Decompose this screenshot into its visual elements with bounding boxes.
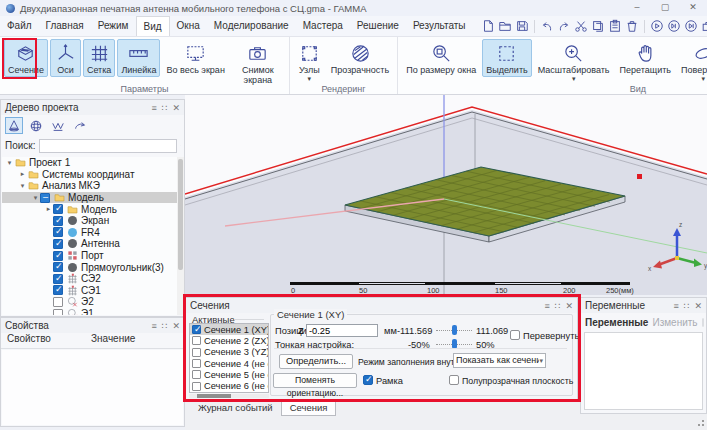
undo-icon[interactable] bbox=[540, 19, 554, 33]
orientation-button[interactable]: Поменять ориентацию... bbox=[273, 373, 357, 388]
zoom-button[interactable]: Масштабировать ▾ bbox=[534, 39, 614, 83]
select-button[interactable]: Выделить bbox=[482, 39, 532, 77]
section-list-item[interactable]: Сечение 3 (YZ) bbox=[190, 347, 268, 358]
tree-item-rectangle[interactable]: Прямоугольник(3) bbox=[2, 261, 183, 273]
expand-icon[interactable]: ▸ bbox=[44, 205, 53, 213]
menu-mode[interactable]: Режим bbox=[91, 16, 136, 36]
transparency-button[interactable]: Прозрачность bbox=[327, 39, 393, 77]
viewport-3d[interactable]: z x y 0 50 100 150 200 250(мм) bbox=[185, 95, 707, 295]
tree-item-fr4[interactable]: FR4 bbox=[2, 227, 183, 239]
delete-icon[interactable] bbox=[625, 19, 639, 33]
run-step-icon[interactable] bbox=[684, 19, 698, 33]
visibility-checkbox[interactable] bbox=[53, 239, 63, 249]
expand-icon[interactable]: ▸ bbox=[18, 170, 27, 178]
collapse-icon[interactable]: ▾ bbox=[5, 159, 14, 167]
panel-menu-icon[interactable]: ≡ bbox=[151, 319, 156, 333]
panel-close-icon[interactable]: ✕ bbox=[172, 319, 180, 333]
tree-item-screen[interactable]: Экран bbox=[2, 215, 183, 227]
section-checkbox[interactable] bbox=[192, 325, 201, 334]
column-property[interactable]: Свойство bbox=[1, 333, 91, 348]
tree-item-model[interactable]: ▾Модель bbox=[2, 192, 183, 204]
menu-results[interactable]: Результаты bbox=[406, 16, 473, 36]
visibility-checkbox[interactable] bbox=[53, 274, 63, 284]
visibility-checkbox[interactable] bbox=[53, 251, 63, 261]
fullscreen-button[interactable]: Во весь экран bbox=[162, 39, 228, 77]
section-checkbox[interactable] bbox=[192, 370, 201, 379]
rotate-button[interactable]: Повернуть ▾ bbox=[677, 39, 707, 83]
close-button[interactable]: ✕ bbox=[679, 0, 707, 16]
geometry-view-button[interactable] bbox=[5, 117, 23, 134]
menu-wizards[interactable]: Мастера bbox=[296, 16, 350, 36]
orbit-button[interactable] bbox=[71, 117, 89, 134]
search-options-icon[interactable] bbox=[180, 139, 181, 152]
pan-button[interactable]: Перетащить bbox=[616, 39, 675, 77]
menu-view[interactable]: Вид bbox=[136, 16, 170, 36]
fit-window-button[interactable]: По размеру окна bbox=[402, 39, 480, 77]
visibility-checkbox[interactable] bbox=[53, 285, 63, 295]
tree-item-coord-systems[interactable]: ▸Системы координат bbox=[2, 169, 183, 181]
panel-float-icon[interactable]: ∷ bbox=[555, 299, 561, 313]
panel-close-icon[interactable]: ✕ bbox=[172, 101, 180, 115]
resize-grip[interactable] bbox=[694, 416, 704, 426]
save-icon[interactable] bbox=[515, 19, 529, 33]
collapse-icon[interactable]: ▾ bbox=[31, 194, 40, 202]
tree-item-project[interactable]: ▾Проект 1 bbox=[2, 157, 183, 169]
cut-icon[interactable] bbox=[574, 19, 588, 33]
menu-home[interactable]: Главная bbox=[39, 16, 91, 36]
screenshot-button[interactable]: Снимок экрана bbox=[231, 39, 285, 86]
collapse-icon[interactable]: ▾ bbox=[18, 182, 27, 190]
materials-button[interactable] bbox=[49, 117, 67, 134]
visibility-checkbox[interactable] bbox=[53, 204, 63, 214]
mesh-view-button[interactable] bbox=[27, 117, 45, 134]
redo-icon[interactable] bbox=[557, 19, 571, 33]
tree-item-e1[interactable]: Э1 bbox=[2, 308, 183, 315]
visibility-checkbox[interactable] bbox=[53, 262, 63, 272]
position-input[interactable] bbox=[306, 324, 378, 337]
translucent-checkbox[interactable] bbox=[449, 375, 459, 385]
tree-item-se2[interactable]: СЭ2 bbox=[2, 273, 183, 285]
sections-list-scrollbar[interactable] bbox=[189, 394, 269, 398]
axes-button[interactable]: Оси bbox=[50, 39, 81, 77]
visibility-checkbox[interactable] bbox=[53, 227, 63, 237]
new-file-icon[interactable] bbox=[481, 19, 495, 33]
section-checkbox[interactable] bbox=[192, 348, 201, 357]
section-list-item[interactable]: Сечение 6 (не опред bbox=[190, 380, 268, 391]
panel-menu-icon[interactable]: ≡ bbox=[544, 299, 549, 313]
section-checkbox[interactable] bbox=[192, 359, 201, 368]
grid-button[interactable]: Сетка bbox=[83, 39, 115, 77]
tree-item-se1[interactable]: СЭ1 bbox=[2, 285, 183, 297]
copy-icon[interactable] bbox=[591, 19, 605, 33]
tree-item-port[interactable]: Порт bbox=[2, 250, 183, 262]
section-list-item[interactable]: Сечение 2 (ZX) bbox=[190, 335, 268, 346]
tab-event-log[interactable]: Журнал событий bbox=[190, 401, 281, 416]
flip-checkbox[interactable] bbox=[510, 330, 520, 340]
menu-modeling[interactable]: Моделирование bbox=[207, 16, 296, 36]
section-list-item[interactable]: Сечение 5 (не опред bbox=[190, 369, 268, 380]
tree-item-e2[interactable]: Э2 bbox=[2, 296, 183, 308]
panel-float-icon[interactable]: ∷ bbox=[684, 299, 690, 313]
section-list-item[interactable]: Сечение 1 (XY) bbox=[190, 324, 268, 335]
minimize-button[interactable]: – bbox=[623, 0, 651, 16]
menu-windows[interactable]: Окна bbox=[170, 16, 207, 36]
panel-float-icon[interactable]: ∷ bbox=[162, 319, 168, 333]
visibility-checkbox[interactable] bbox=[53, 216, 63, 226]
open-folder-icon[interactable] bbox=[498, 19, 512, 33]
section-list-item[interactable]: Сечение 4 (не опред bbox=[190, 358, 268, 369]
panel-close-icon[interactable]: ✕ bbox=[694, 299, 702, 313]
run-icon[interactable] bbox=[650, 19, 664, 33]
position-slider[interactable] bbox=[436, 325, 472, 335]
paste-icon[interactable] bbox=[608, 19, 622, 33]
menu-file[interactable]: Файл bbox=[0, 16, 39, 36]
visibility-checkbox[interactable] bbox=[53, 309, 63, 315]
tree-item-model-sub[interactable]: ▸Модель bbox=[2, 203, 183, 215]
visibility-checkbox[interactable] bbox=[53, 297, 63, 307]
panel-menu-icon[interactable]: ≡ bbox=[151, 101, 156, 115]
toggle-pill[interactable] bbox=[702, 318, 704, 327]
section-checkbox[interactable] bbox=[192, 382, 201, 391]
search-input[interactable] bbox=[39, 139, 177, 153]
section-checkbox[interactable] bbox=[192, 336, 201, 345]
ruler-button[interactable]: Линейка bbox=[117, 39, 160, 77]
tab-sections[interactable]: Сечения bbox=[281, 401, 337, 416]
tree-item-antenna[interactable]: Антенна bbox=[2, 238, 183, 250]
panel-float-icon[interactable]: ∷ bbox=[162, 101, 168, 115]
